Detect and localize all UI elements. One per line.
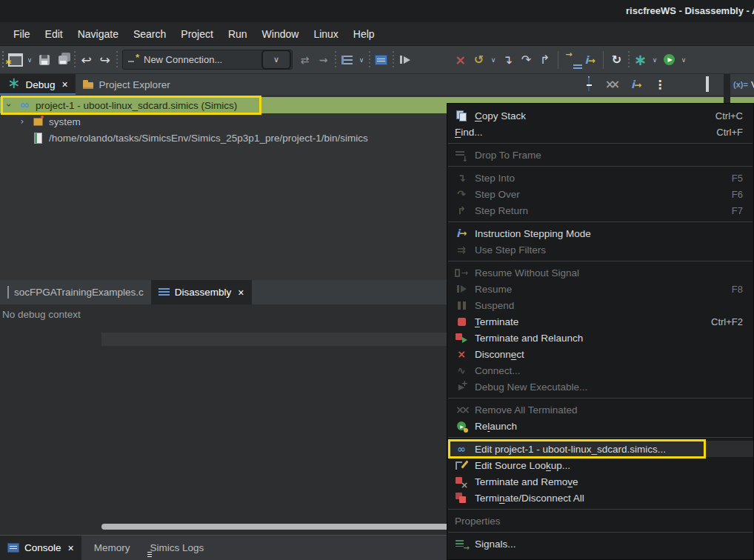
menu-item-terminate-and-relaunch[interactable]: Terminate and Relaunch (447, 330, 753, 346)
launch-group-dropdown-icon[interactable]: ∨ (357, 51, 366, 69)
restart-icon[interactable]: ↻ (608, 51, 625, 69)
close-icon[interactable]: × (238, 287, 244, 299)
menu-item-connect[interactable]: ∿Connect... (447, 362, 753, 379)
connection-combo-dropdown-icon[interactable]: ∨ (261, 50, 291, 70)
menu-item-find[interactable]: Find...Ctrl+F (447, 124, 753, 140)
step-into-icon[interactable]: ↴ (499, 51, 516, 69)
menu-item-remove-all-terminated[interactable]: ××Remove All Terminated (447, 401, 753, 418)
menu-item-shortcut: Ctrl+F (694, 127, 743, 138)
tab-memory[interactable]: Memory (81, 536, 138, 560)
instruction-stepping-icon[interactable] (581, 51, 598, 69)
menu-item-resume[interactable]: ResumeF8 (447, 281, 753, 297)
menu-item-step-return[interactable]: ↱Step ReturnF7 (447, 202, 753, 219)
binary-file-icon (31, 132, 44, 144)
save-icon[interactable] (36, 51, 53, 69)
instruction-stepping-icon[interactable] (627, 76, 645, 93)
system-chip-icon (31, 116, 44, 127)
menu-item-terminate-disconnect-all[interactable]: Terminate/Disconnect All (447, 490, 753, 506)
step-return-icon: ↱ (455, 204, 468, 216)
disconnect-target-icon[interactable]: ⇝ (315, 51, 332, 69)
menubar-item-edit[interactable]: Edit (38, 24, 70, 44)
terminate-disconnect-all-icon (455, 492, 468, 504)
menubar-item-project[interactable]: Project (173, 24, 221, 44)
tab-console[interactable]: Console× (0, 536, 81, 560)
menu-item-edit-source-lookup[interactable]: Edit Source Lookup... (447, 457, 753, 473)
menu-item-terminate-and-remove[interactable]: Terminate and Remove (447, 473, 753, 490)
menu-item-edit-project-1-uboot-linux-sdcard-simics[interactable]: ∞Edit project-1 - uboot-linux_sdcard.sim… (447, 441, 753, 457)
launch-group-icon-glyph (341, 56, 353, 64)
tab-project-explorer[interactable]: Project Explorer (76, 74, 178, 95)
menu-item-instruction-stepping-mode[interactable]: Instruction Stepping Mode (447, 225, 753, 241)
menu-item-debug-new-executable[interactable]: Debug New Executable... (447, 379, 753, 395)
tree-chevron-icon[interactable]: › (18, 116, 27, 127)
relaunch-dropdown-icon[interactable]: ∨ (489, 51, 498, 69)
forward-icon[interactable]: ↪ (96, 51, 113, 69)
minimize-icon[interactable] (675, 76, 693, 93)
simics-infinity-icon: ∞ (455, 443, 468, 455)
step-return-icon[interactable]: ↱ (536, 51, 553, 69)
tab-socfpgatrainingexamples-c[interactable]: socFPGATrainingExamples.c (0, 280, 151, 304)
launch-group-icon[interactable] (338, 51, 356, 69)
tree-row-label: system (49, 116, 81, 127)
tree-chevron-icon[interactable]: › (4, 101, 14, 110)
toolbar-drag-handle[interactable] (1, 51, 5, 69)
menubar-item-window[interactable]: Window (255, 24, 307, 44)
disconnect-icon[interactable]: × (452, 51, 469, 69)
menu-item-terminate[interactable]: TerminateCtrl+F2 (447, 313, 753, 330)
menubar-item-linux[interactable]: Linux (306, 24, 345, 44)
new-wizard-icon[interactable] (7, 51, 24, 69)
debug-icon[interactable]: ∗ (632, 51, 649, 69)
menu-item-relaunch[interactable]: Relaunch (447, 418, 753, 434)
simics-inf-icon (18, 99, 31, 111)
save-all-icon[interactable] (54, 51, 71, 69)
menu-item-label: Signals... (475, 539, 516, 550)
menu-item-resume-without-signal[interactable]: Resume Without Signal (447, 264, 753, 281)
console-window-icon[interactable] (373, 51, 390, 69)
tab-debug[interactable]: Debug× (0, 74, 76, 95)
menubar-item-help[interactable]: Help (346, 24, 382, 44)
relaunch-icon[interactable]: ↺ (470, 51, 487, 69)
use-step-filters-icon[interactable] (563, 51, 580, 69)
menu-item-copy-stack[interactable]: Copy StackCtrl+C (447, 107, 753, 124)
toolbar-separator (627, 51, 630, 69)
new-wizard-dropdown-icon[interactable]: ∨ (25, 51, 34, 69)
tab-label: Project Explorer (99, 79, 170, 90)
menu-item-step-into[interactable]: ↴Step IntoF5 (447, 170, 753, 186)
run-icon[interactable] (661, 51, 678, 69)
menubar-item-run[interactable]: Run (221, 24, 255, 44)
close-icon[interactable]: × (68, 542, 74, 554)
console-pin-icon[interactable] (580, 76, 598, 93)
menu-item-step-over[interactable]: ↷Step OverF6 (447, 186, 753, 202)
resume-icon[interactable] (396, 51, 413, 69)
maximize-icon[interactable] (698, 76, 716, 93)
toolbar-separator (391, 51, 395, 69)
menu-item-suspend[interactable]: Suspend (447, 297, 753, 313)
connect-target-icon[interactable]: ⇄ (296, 51, 313, 69)
tab-disassembly[interactable]: Disassembly× (151, 280, 252, 304)
menubar-item-search[interactable]: Search (126, 24, 173, 44)
menubar-item-file[interactable]: File (6, 24, 38, 44)
connection-combo[interactable]: New Connection...∨ (122, 50, 293, 70)
menubar-item-navigate[interactable]: Navigate (70, 24, 126, 44)
terminate-remove-icon (455, 476, 468, 487)
menu-item-properties[interactable]: Properties (447, 513, 753, 529)
suspend-icon[interactable] (415, 51, 432, 69)
menu-item-use-step-filters[interactable]: ⇉Use Step Filters (447, 241, 753, 258)
terminate-icon[interactable] (433, 51, 450, 69)
menu-item-drop-to-frame[interactable]: Drop To Frame (447, 147, 753, 163)
debug-dropdown-icon[interactable]: ∨ (650, 51, 659, 69)
menu-item-label: Edit project-1 - uboot-linux_sdcard.simi… (475, 444, 666, 455)
close-icon[interactable]: × (61, 79, 67, 90)
remove-all-terminated-icon[interactable] (604, 76, 621, 93)
menu-item-signals[interactable]: Signals... (447, 536, 753, 552)
relaunch-icon (455, 420, 468, 432)
run-dropdown-icon[interactable]: ∨ (679, 51, 688, 69)
toolbar-separator (115, 51, 119, 69)
toolbar-separator (73, 51, 76, 69)
back-icon[interactable]: ↩ (78, 51, 95, 69)
view-menu-icon[interactable] (651, 76, 669, 93)
menu-item-disconnect[interactable]: ×Disconnect (447, 346, 753, 362)
step-over-icon[interactable]: ↷ (518, 51, 535, 69)
variables-tab[interactable]: (x)= V (730, 74, 754, 95)
tab-simics-logs[interactable]: Simics Logs (137, 536, 211, 560)
